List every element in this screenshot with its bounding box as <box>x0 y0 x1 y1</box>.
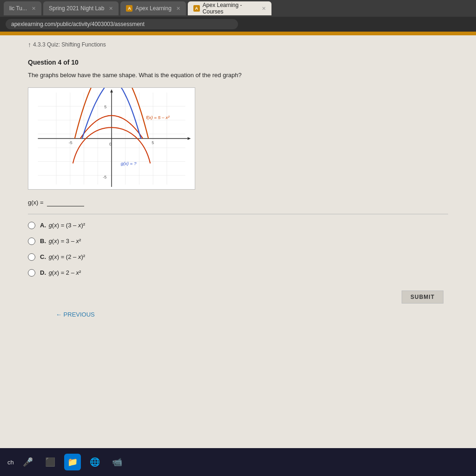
previous-button[interactable]: ← PREVIOUS <box>56 311 95 318</box>
taskbar: ch 🎤 ⬛ 📁 🌐 📹 <box>0 448 476 476</box>
tab-1[interactable]: lic Tu... ✕ <box>4 1 41 15</box>
mic-icon[interactable]: 🎤 <box>20 454 36 470</box>
quiz-container: Question 4 of 10 The graphs below have t… <box>0 54 476 335</box>
option-d-label: D. g(x) = 2 – x² <box>40 269 81 276</box>
tab-2-label: Spring 2021 Night Lab <box>49 5 104 12</box>
option-c[interactable]: C. g(x) = (2 – x)² <box>28 253 448 261</box>
option-b-label: B. g(x) = 3 – x² <box>40 238 81 245</box>
fill-label: g(x) = <box>28 199 45 206</box>
svg-text:f(x) = 5 – x²: f(x) = 5 – x² <box>146 115 170 120</box>
tab-4[interactable]: A Apex Learning - Courses ✕ <box>188 1 271 15</box>
option-d[interactable]: D. g(x) = 2 – x² <box>28 269 448 277</box>
apex-icon-3: A <box>126 5 132 12</box>
svg-text:g(x) = ?: g(x) = ? <box>121 161 137 166</box>
option-a[interactable]: A. g(x) = (3 – x)² <box>28 222 448 229</box>
browser-tab-bar: lic Tu... ✕ Spring 2021 Night Lab ✕ A Ap… <box>0 0 476 17</box>
option-b[interactable]: B. g(x) = 3 – x² <box>28 238 448 245</box>
apex-icon-4: A <box>193 5 200 12</box>
tab-2[interactable]: Spring 2021 Night Lab ✕ <box>43 1 119 15</box>
svg-text:0: 0 <box>109 141 112 146</box>
answer-fill: g(x) = <box>28 199 448 214</box>
tab-4-close[interactable]: ✕ <box>262 6 266 12</box>
option-c-label: C. g(x) = (2 – x)² <box>40 253 85 260</box>
page-content: ↑ 4.3.3 Quiz: Shifting Functions Questio… <box>0 35 476 448</box>
tab-1-close[interactable]: ✕ <box>32 6 36 12</box>
breadcrumb-icon: ↑ <box>28 41 31 48</box>
tab-3-label: Apex Learning <box>135 5 171 12</box>
submit-button[interactable]: SUBMIT <box>402 291 443 304</box>
radio-b[interactable] <box>28 238 35 245</box>
meet-icon[interactable]: 📹 <box>109 454 126 470</box>
graph-svg: 0 -5 5 5 -5 <box>28 88 195 189</box>
question-header: Question 4 of 10 <box>28 59 448 66</box>
chrome-icon[interactable]: 🌐 <box>86 454 103 470</box>
radio-d[interactable] <box>28 269 35 277</box>
tab-3-close[interactable]: ✕ <box>176 6 180 12</box>
address-bar <box>0 17 476 32</box>
question-text: The graphs below have the same shape. Wh… <box>28 71 448 80</box>
answer-choices: A. g(x) = (3 – x)² B. g(x) = 3 – x² C. g… <box>28 222 448 277</box>
url-input[interactable] <box>6 19 238 29</box>
svg-text:-5: -5 <box>103 175 106 179</box>
svg-text:5: 5 <box>152 140 154 145</box>
tab-2-close[interactable]: ✕ <box>109 6 113 12</box>
svg-text:-5: -5 <box>69 140 73 145</box>
nav-area: ← PREVIOUS <box>28 304 448 325</box>
svg-text:5: 5 <box>104 104 106 109</box>
tab-4-label: Apex Learning - Courses <box>203 2 257 15</box>
answer-fill-line <box>47 199 84 206</box>
window-icon[interactable]: ⬛ <box>42 454 59 470</box>
tab-3[interactable]: A Apex Learning ✕ <box>120 1 185 15</box>
graph-container: 0 -5 5 5 -5 <box>28 87 195 190</box>
submit-area: SUBMIT <box>28 291 448 304</box>
breadcrumb-label: 4.3.3 Quiz: Shifting Functions <box>33 41 106 48</box>
taskbar-text: ch <box>7 459 14 466</box>
option-a-label: A. g(x) = (3 – x)² <box>40 222 85 229</box>
files-icon[interactable]: 📁 <box>64 454 81 470</box>
gold-bar <box>0 32 476 35</box>
tab-1-label: lic Tu... <box>9 5 27 12</box>
radio-c[interactable] <box>28 253 35 261</box>
radio-a[interactable] <box>28 222 35 229</box>
breadcrumb: ↑ 4.3.3 Quiz: Shifting Functions <box>0 35 476 54</box>
